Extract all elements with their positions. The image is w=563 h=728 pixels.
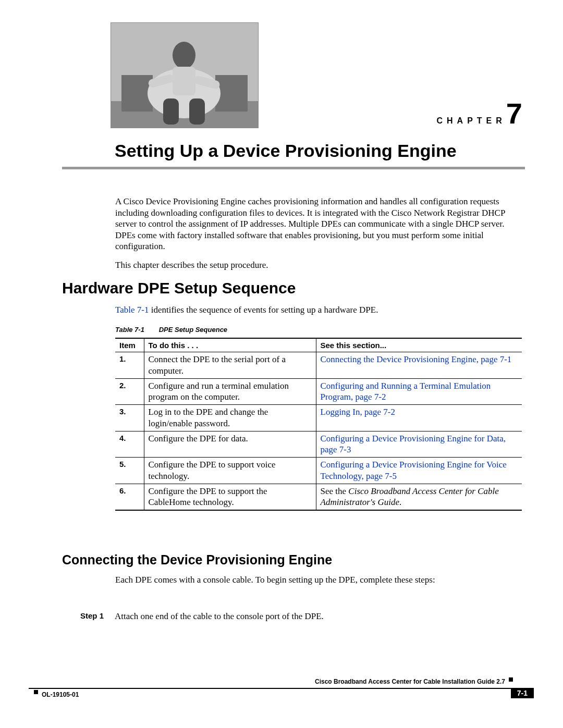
title-rule <box>62 167 525 169</box>
page-title: Setting Up a Device Provisioning Engine <box>115 141 457 161</box>
section2-lead: Each DPE comes with a console cable. To … <box>115 575 522 585</box>
see-link[interactable]: Configuring a Device Provisioning Engine… <box>321 434 506 455</box>
intro-paragraph-1: A Cisco Device Provisioning Engine cache… <box>115 196 522 252</box>
table-row: 3. Log in to the DPE and change the logi… <box>115 405 522 431</box>
section-heading-hardware: Hardware DPE Setup Sequence <box>62 279 296 297</box>
see-text-post: . <box>399 497 401 507</box>
intro-paragraph-2: This chapter describes the setup procedu… <box>115 260 522 271</box>
cell-see: Configuring and Running a Terminal Emula… <box>316 378 522 405</box>
intro-block: A Cisco Device Provisioning Engine cache… <box>115 196 522 278</box>
table-row: 1. Connect the DPE to the serial port of… <box>115 352 522 379</box>
section-heading-connecting: Connecting the Device Provisioning Engin… <box>62 552 332 567</box>
table-row: 5. Configure the DPE to support voice te… <box>115 458 522 484</box>
cell-item: 5. <box>115 458 144 484</box>
footer-book-title: Cisco Broadband Access Center for Cable … <box>315 678 505 685</box>
see-text-pre: See the <box>321 486 349 496</box>
table-caption: Table 7-1 DPE Setup Sequence <box>115 326 227 334</box>
cell-todo: Configure the DPE to support the CableHo… <box>144 484 316 510</box>
table-header-row: Item To do this . . . See this section..… <box>115 338 522 352</box>
cell-todo: Connect the DPE to the serial port of a … <box>144 352 316 379</box>
cell-item: 2. <box>115 378 144 405</box>
chapter-hero-image <box>111 22 259 128</box>
cell-see: See the Cisco Broadband Access Center fo… <box>316 484 522 510</box>
cell-todo: Log in to the DPE and change the login/e… <box>144 405 316 431</box>
chapter-indicator: CHAPTER 7 <box>437 99 523 128</box>
footer-rule <box>29 688 534 689</box>
footer-doc-id: OL-19105-01 <box>42 691 79 698</box>
page: CHAPTER 7 Setting Up a Device Provisioni… <box>0 0 563 728</box>
table-row: 2. Configure and run a terminal emulatio… <box>115 378 522 405</box>
cell-todo: Configure and run a terminal emulation p… <box>144 378 316 405</box>
section1-lead-text: identifies the sequence of events for se… <box>149 305 378 315</box>
cell-todo: Configure the DPE for data. <box>144 431 316 458</box>
see-link[interactable]: Configuring a Device Provisioning Engine… <box>321 460 507 481</box>
step-text: Attach one end of the cable to the conso… <box>115 611 324 622</box>
svg-rect-9 <box>163 98 179 125</box>
setup-sequence-table: Item To do this . . . See this section..… <box>115 338 522 511</box>
cell-item: 6. <box>115 484 144 510</box>
cell-item: 3. <box>115 405 144 431</box>
svg-point-5 <box>173 42 195 69</box>
cell-see: Configuring a Device Provisioning Engine… <box>316 431 522 458</box>
table-ref-link[interactable]: Table 7-1 <box>115 305 149 315</box>
see-link[interactable]: Configuring and Running a Terminal Emula… <box>321 381 491 402</box>
see-link[interactable]: Logging In, page 7-2 <box>321 407 396 417</box>
table-caption-number: Table 7-1 <box>115 326 157 334</box>
chapter-label: CHAPTER <box>437 116 506 126</box>
step: Step 1 Attach one end of the cable to th… <box>80 611 523 622</box>
th-todo: To do this . . . <box>144 338 316 352</box>
table-caption-title: DPE Setup Sequence <box>159 326 227 334</box>
table-row: 4. Configure the DPE for data. Configuri… <box>115 431 522 458</box>
cell-see: Connecting the Device Provisioning Engin… <box>316 352 522 379</box>
th-item: Item <box>115 338 144 352</box>
page-footer: Cisco Broadband Access Center for Cable … <box>29 681 534 701</box>
chapter-number: 7 <box>506 99 522 128</box>
th-see: See this section... <box>316 338 522 352</box>
section1-lead: Table 7-1 identifies the sequence of eve… <box>115 305 522 315</box>
step-label: Step 1 <box>80 611 106 622</box>
cell-item: 1. <box>115 352 144 379</box>
footer-marker-icon <box>509 677 513 682</box>
cell-item: 4. <box>115 431 144 458</box>
see-link[interactable]: Connecting the Device Provisioning Engin… <box>321 354 512 364</box>
cell-see: Logging In, page 7-2 <box>316 405 522 431</box>
footer-marker-icon <box>34 690 38 694</box>
footer-page-number: 7-1 <box>511 688 534 698</box>
cell-todo: Configure the DPE to support voice techn… <box>144 458 316 484</box>
table-row: 6. Configure the DPE to support the Cabl… <box>115 484 522 510</box>
cell-see: Configuring a Device Provisioning Engine… <box>316 458 522 484</box>
svg-rect-6 <box>173 67 195 95</box>
svg-rect-10 <box>189 98 205 125</box>
